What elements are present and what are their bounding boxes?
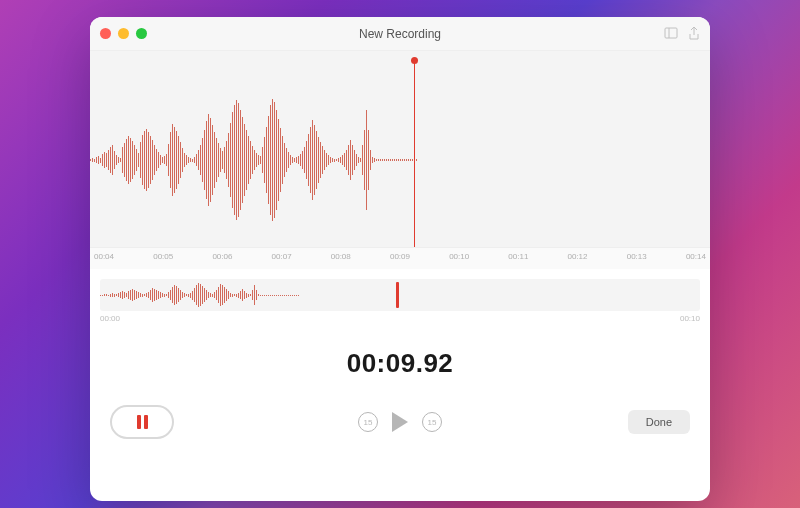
time-tick: 00:10 [449,252,469,261]
playhead[interactable] [414,59,415,261]
share-icon[interactable] [688,27,700,41]
overview-playhead[interactable] [396,282,399,308]
transport-controls: 15 15 Done [90,405,710,459]
overview-start-label: 00:00 [100,314,120,323]
skip-forward-seconds: 15 [428,418,437,427]
time-tick: 00:13 [627,252,647,261]
pause-recording-button[interactable] [110,405,174,439]
skip-back-seconds: 15 [364,418,373,427]
time-tick: 00:09 [390,252,410,261]
titlebar-actions [664,27,700,41]
time-tick: 00:11 [508,252,528,261]
waveform-view[interactable]: 00:0400:0500:0600:0700:0800:0900:1000:11… [90,51,710,269]
close-window-button[interactable] [100,28,111,39]
current-timecode: 00:09.92 [90,326,710,405]
titlebar: New Recording [90,17,710,51]
pause-icon [137,415,148,429]
skip-back-15-button[interactable]: 15 [358,412,378,432]
minimize-window-button[interactable] [118,28,129,39]
time-tick: 00:05 [153,252,173,261]
play-button[interactable] [392,412,408,432]
time-tick: 00:12 [568,252,588,261]
window-traffic-lights [100,28,147,39]
waveform-time-ruler: 00:0400:0500:0600:0700:0800:0900:1000:11… [90,247,710,269]
zoom-window-button[interactable] [136,28,147,39]
time-tick: 00:14 [686,252,706,261]
overview-end-label: 00:10 [680,314,700,323]
svg-rect-0 [665,28,677,38]
time-tick: 00:04 [94,252,114,261]
window-title: New Recording [90,27,710,41]
time-tick: 00:06 [212,252,232,261]
waveform-bars [90,90,710,230]
voice-memos-window: New Recording 00:0400:0500:0600:0700:080… [90,17,710,501]
overview-waveform[interactable] [100,279,700,311]
playback-controls: 15 15 [358,412,442,432]
skip-forward-15-button[interactable]: 15 [422,412,442,432]
time-tick: 00:07 [272,252,292,261]
sidebar-toggle-icon[interactable] [664,27,678,41]
overview-area: 00:00 00:10 [90,269,710,326]
time-tick: 00:08 [331,252,351,261]
done-button[interactable]: Done [628,410,690,434]
